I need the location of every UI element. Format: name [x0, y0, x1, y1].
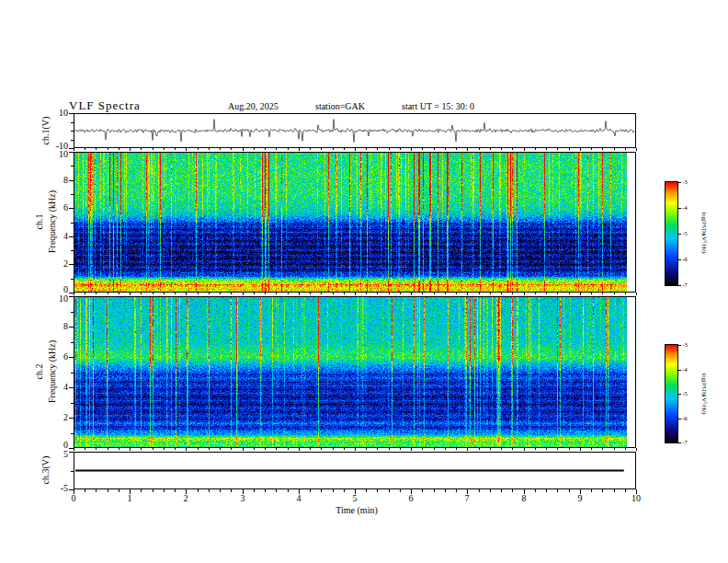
- x-tick: [344, 293, 345, 294]
- x-tick: [434, 489, 435, 492]
- x-tick: [434, 448, 435, 450]
- colorbar-2: [665, 344, 678, 443]
- x-tick: [479, 489, 480, 492]
- x-tick: [243, 448, 244, 451]
- y-minor-tick: [71, 279, 74, 280]
- x-tick: [400, 448, 401, 450]
- x-tick: [119, 148, 119, 150]
- x-tick: [231, 489, 232, 492]
- colorbar-tick: [678, 259, 681, 260]
- x-tick: [490, 489, 491, 492]
- ch2-channel-label: ch.2: [34, 364, 44, 380]
- x-tick: [96, 293, 97, 294]
- y-minor-tick: [71, 131, 74, 132]
- x-tick: [175, 448, 176, 450]
- x-tick: [479, 148, 480, 150]
- x-tick: [625, 489, 626, 492]
- x-tick: [501, 489, 502, 492]
- x-tick: [175, 148, 176, 150]
- x-tick: [74, 293, 74, 295]
- x-tick: [153, 293, 154, 294]
- x-tick: [333, 293, 334, 294]
- x-tick: [400, 148, 401, 150]
- y-tick-label: 4: [46, 231, 68, 242]
- y-minor-tick: [71, 250, 74, 251]
- x-tick: [625, 293, 626, 294]
- x-tick: [288, 293, 289, 294]
- x-tick: [108, 489, 108, 492]
- x-tick: [524, 148, 525, 151]
- x-tick: [85, 293, 85, 294]
- x-tick: [288, 489, 289, 492]
- x-tick: [569, 293, 570, 294]
- x-tick: [220, 448, 221, 450]
- y-tick: [69, 452, 74, 453]
- colorbar-tick: [678, 208, 681, 209]
- x-tick: [602, 448, 603, 450]
- x-tick: [164, 489, 165, 492]
- title-start-ut: start UT = 15: 30: 0: [402, 101, 474, 111]
- colorbar-tick-label: -7: [682, 439, 697, 447]
- y-minor-tick: [71, 342, 74, 343]
- x-tick: [74, 148, 74, 151]
- x-tick: [467, 448, 468, 451]
- x-tick: [636, 293, 637, 295]
- x-tick: [422, 148, 423, 150]
- x-tick: [130, 293, 131, 295]
- x-tick: [108, 148, 108, 150]
- x-tick: [119, 489, 119, 492]
- x-tick: [198, 293, 199, 294]
- y-tick: [69, 264, 74, 265]
- x-tick: [243, 148, 244, 151]
- y-minor-tick: [71, 140, 74, 141]
- x-tick: [422, 448, 423, 450]
- x-tick-label: 1: [122, 493, 137, 504]
- x-tick: [456, 293, 457, 294]
- y-tick: [69, 293, 74, 293]
- y-tick: [69, 387, 74, 388]
- x-tick: [467, 148, 468, 151]
- x-tick: [333, 489, 334, 492]
- colorbar-tick: [678, 419, 681, 419]
- x-tick: [96, 489, 97, 492]
- colorbar-tick: [678, 182, 681, 183]
- x-tick: [400, 293, 401, 294]
- x-tick: [580, 148, 581, 151]
- x-tick: [434, 293, 435, 294]
- x-tick: [299, 448, 300, 451]
- x-tick: [445, 148, 446, 150]
- y-minor-tick: [71, 122, 74, 123]
- x-tick: [625, 148, 626, 150]
- x-tick-label: 7: [460, 493, 474, 504]
- x-tick: [209, 489, 210, 492]
- x-tick: [355, 448, 356, 451]
- y-tick-label: 4: [46, 382, 68, 393]
- x-tick: [220, 293, 221, 294]
- y-tick: [69, 448, 74, 449]
- x-tick: [310, 293, 311, 294]
- ch1-spectrogram-panel: [74, 152, 636, 293]
- x-tick: [569, 148, 570, 150]
- colorbar-tick-label: -5: [682, 230, 697, 238]
- x-tick: [254, 489, 255, 492]
- x-tick: [614, 448, 615, 450]
- colorbar-tick-label: -6: [682, 256, 697, 264]
- x-tick: [389, 293, 390, 294]
- x-tick-label: 2: [178, 493, 193, 504]
- ch3-waveform-canvas: [74, 453, 635, 488]
- colorbar-tick-label: -4: [682, 204, 697, 213]
- x-tick: [141, 293, 142, 294]
- y-tick-label: 10: [46, 108, 68, 119]
- x-tick: [175, 293, 176, 294]
- x-tick: [445, 489, 446, 492]
- x-tick: [546, 293, 547, 294]
- x-tick: [490, 448, 491, 450]
- y-tick-label: 8: [46, 175, 68, 186]
- ch1-frequency-axis-label: Frequency (kHz): [47, 190, 57, 253]
- y-tick-label: 10: [46, 293, 68, 304]
- colorbar-1-gradient: [665, 182, 677, 285]
- ch2-frequency-axis-label: Frequency (kHz): [47, 340, 57, 403]
- ch1-waveform-canvas: [74, 114, 635, 147]
- x-tick-label: 9: [573, 493, 587, 504]
- colorbar-tick-label: -4: [682, 366, 697, 374]
